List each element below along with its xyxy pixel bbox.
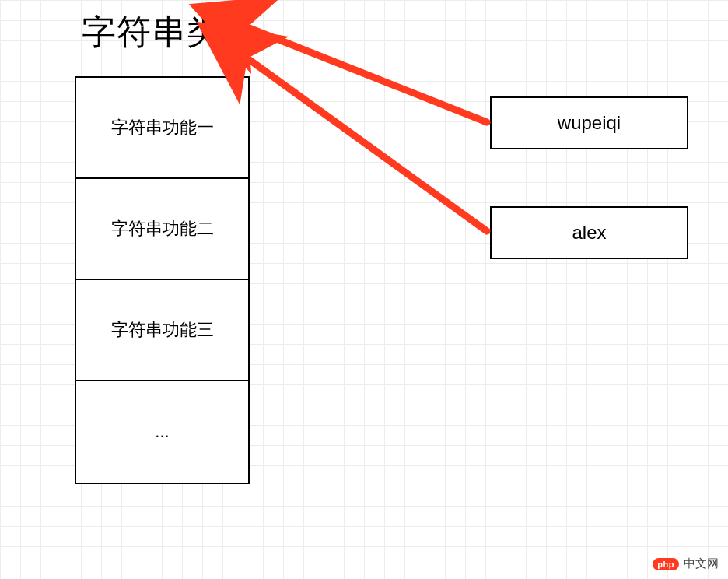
object-box: alex bbox=[490, 206, 688, 259]
object-label: wupeiqi bbox=[558, 112, 621, 134]
class-method-cell: 字符串功能二 bbox=[76, 179, 248, 280]
watermark-text: 中文网 bbox=[684, 556, 719, 571]
object-box: wupeiqi bbox=[490, 96, 688, 149]
diagram-title: 字符串类 bbox=[82, 9, 222, 55]
class-method-cell: ... bbox=[76, 381, 248, 482]
watermark-logo: php bbox=[653, 558, 679, 570]
object-label: alex bbox=[572, 222, 606, 244]
watermark: php 中文网 bbox=[653, 556, 719, 571]
class-method-cell: 字符串功能一 bbox=[76, 78, 248, 179]
class-method-cell: 字符串功能三 bbox=[76, 280, 248, 381]
class-method-stack: 字符串功能一 字符串功能二 字符串功能三 ... bbox=[75, 76, 250, 484]
